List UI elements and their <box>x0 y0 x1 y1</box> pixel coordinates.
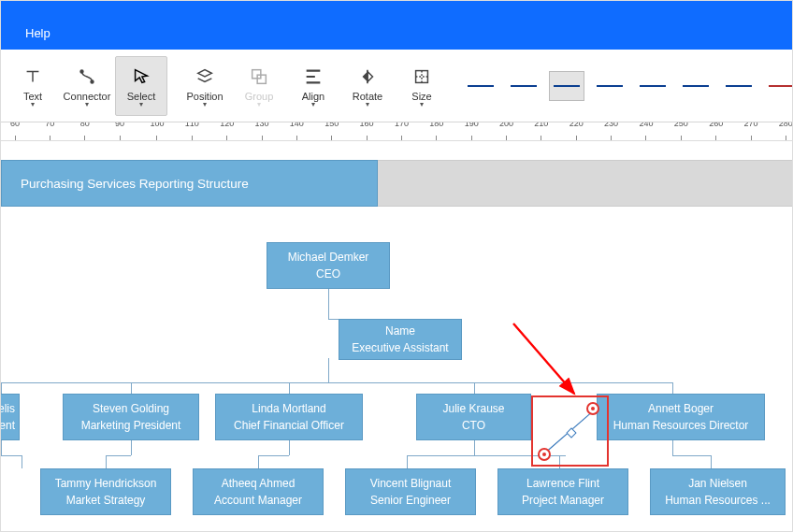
ruler-tick: 100 <box>150 126 164 140</box>
connector-icon <box>77 65 97 89</box>
canvas[interactable]: Purchasing Services Reporting Structure … <box>1 141 792 532</box>
diagram-title-text: Purchasing Services Reporting Structure <box>21 177 249 191</box>
connector-line <box>672 440 673 455</box>
align-button[interactable]: Align ▾ <box>287 56 339 116</box>
org-node[interactable]: elis dent <box>1 394 20 440</box>
size-button[interactable]: Size ▾ <box>396 56 448 116</box>
endpoint-handle[interactable] <box>538 448 551 461</box>
connector-line <box>131 440 132 455</box>
node-name: Linda Mortland <box>252 400 325 417</box>
select-tool-button[interactable]: Select ▾ <box>115 56 167 116</box>
connector-line <box>1 455 22 456</box>
org-node[interactable]: Jan Nielsen Human Resources ... <box>650 468 786 515</box>
node-title: Chief Financial Officer <box>234 417 344 434</box>
ruler-tick: 190 <box>465 126 479 140</box>
chevron-down-icon: ▾ <box>139 102 143 108</box>
line-style-swatch[interactable] <box>506 71 541 101</box>
node-name: Steven Golding <box>93 400 169 417</box>
org-node[interactable]: Annett Boger Human Resources Director <box>597 394 765 440</box>
node-title: Human Resources Director <box>613 417 749 434</box>
text-icon <box>22 65 43 89</box>
connector-line <box>328 358 329 382</box>
connector-line <box>474 382 475 394</box>
connector-line <box>711 455 712 468</box>
ruler-tick: 140 <box>290 126 304 140</box>
node-title: Human Resources ... <box>665 492 771 509</box>
chevron-down-icon: ▾ <box>366 102 369 108</box>
org-node[interactable]: Vincent Blignaut Senior Engineer <box>345 468 476 515</box>
menu-help[interactable]: Help <box>20 22 56 44</box>
org-node[interactable]: Lawrence Flint Project Manager <box>497 468 628 515</box>
node-name: Michael Demker <box>288 249 369 266</box>
line-style-swatch[interactable] <box>764 71 793 101</box>
ruler-tick: 220 <box>570 126 584 140</box>
node-name: Annett Boger <box>648 400 714 417</box>
node-title: dent <box>1 417 15 434</box>
flip-icon <box>357 65 378 89</box>
node-title: Marketing President <box>81 417 181 434</box>
connector-line <box>672 455 712 456</box>
chevron-down-icon: ▾ <box>420 102 424 108</box>
ruler-tick: 150 <box>324 126 339 140</box>
position-button[interactable]: Position ▾ <box>179 56 231 116</box>
ruler-tick: 90 <box>115 126 124 140</box>
ruler-tick: 120 <box>220 126 234 140</box>
line-style-swatch[interactable] <box>549 71 584 101</box>
connector-line <box>258 455 289 456</box>
line-style-swatch[interactable] <box>463 71 498 101</box>
org-node-ea[interactable]: Name Executive Assistant <box>339 319 462 360</box>
group-button: Group ▾ <box>233 56 285 116</box>
node-name: Name <box>385 323 415 339</box>
connector-line <box>258 455 259 468</box>
diagram-title[interactable]: Purchasing Services Reporting Structure <box>1 160 378 207</box>
chevron-down-icon: ▾ <box>311 102 315 108</box>
ruler-tick: 80 <box>80 126 90 140</box>
node-title: Market Strategy <box>66 492 146 509</box>
node-title: CTO <box>462 417 485 434</box>
ruler-tick: 180 <box>429 126 443 140</box>
line-style-swatch[interactable] <box>592 71 627 101</box>
connector-tool-button[interactable]: Connector ▾ <box>61 56 113 116</box>
chevron-down-icon: ▾ <box>85 102 89 108</box>
svg-rect-4 <box>416 70 428 82</box>
chevron-down-icon: ▾ <box>203 102 207 108</box>
node-name: Tammy Hendrickson <box>55 475 157 492</box>
endpoint-handle[interactable] <box>586 402 599 415</box>
line-style-swatch[interactable] <box>678 71 714 101</box>
node-title: Executive Assistant <box>352 339 448 356</box>
connector-line <box>22 455 22 468</box>
connector-line <box>106 455 107 468</box>
text-tool-button[interactable]: Text ▾ <box>7 56 59 116</box>
line-style-swatch[interactable] <box>721 71 757 101</box>
org-node[interactable]: Linda Mortland Chief Financial Officer <box>215 394 363 440</box>
ruler-tick: 260 <box>709 126 723 140</box>
ruler-tick: 230 <box>604 126 618 140</box>
annotation-arrow <box>513 324 588 408</box>
connector-line <box>474 440 475 455</box>
node-name: Julie Krause <box>442 400 504 417</box>
style-swatches <box>463 71 793 101</box>
node-title: Account Manager <box>214 492 302 509</box>
ruler-tick: 130 <box>254 126 268 140</box>
ruler-tick: 160 <box>360 126 374 140</box>
ruler-tick: 240 <box>639 126 653 140</box>
ribbon: Text ▾ Connector ▾ Select ▾ Position ▾ G… <box>1 50 792 122</box>
org-node[interactable]: Steven Golding Marketing President <box>63 394 199 440</box>
org-node[interactable]: Tammy Hendrickson Market Strategy <box>40 468 171 515</box>
connector-line <box>672 382 673 394</box>
connector-line <box>1 440 2 455</box>
node-title: CEO <box>316 266 340 282</box>
org-node-ceo[interactable]: Michael Demker CEO <box>267 242 390 289</box>
rotate-button[interactable]: Rotate ▾ <box>341 56 394 116</box>
ruler-tick: 210 <box>534 126 548 140</box>
node-name: Jan Nielsen <box>688 475 747 492</box>
ruler-tick: 70 <box>45 126 54 140</box>
chevron-down-icon: ▾ <box>31 102 35 108</box>
org-node[interactable]: Atheeq Ahmed Account Manager <box>193 468 324 515</box>
line-style-swatch[interactable] <box>635 71 670 101</box>
align-icon <box>303 65 324 89</box>
connector-line <box>106 455 131 456</box>
chevron-down-icon: ▾ <box>257 102 261 108</box>
banner-spacer <box>378 160 792 207</box>
ruler-tick: 170 <box>395 126 409 140</box>
